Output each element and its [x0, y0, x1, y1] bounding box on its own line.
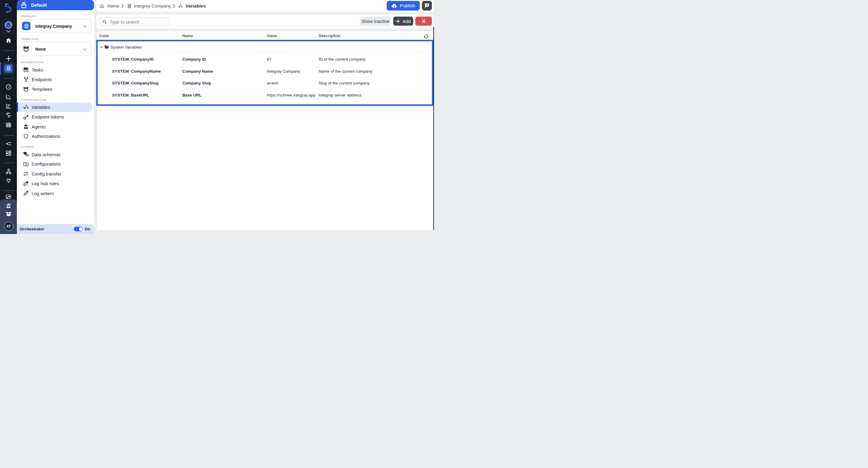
svg-text:?: ? — [426, 3, 428, 7]
